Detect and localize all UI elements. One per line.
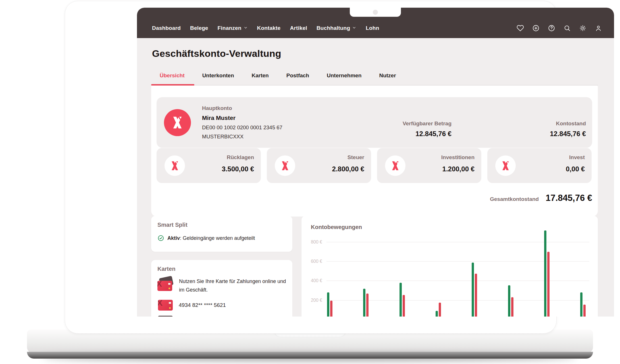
chart-plot: 200 €400 €600 €800 €: [301, 216, 598, 317]
chart-gridline: [326, 300, 589, 301]
chart-card: Kontobewegungen 200 €400 €600 €800 €: [301, 216, 598, 317]
tab-unterkonten[interactable]: Unterkonten: [202, 72, 234, 79]
nav-item-dashboard[interactable]: Dashboard: [152, 25, 181, 31]
nav-item-finanzen[interactable]: Finanzen: [218, 25, 248, 31]
balance-value: 12.845,76 €: [550, 130, 586, 138]
tabs-row: Übersicht Unterkonten Karten Postfach Un…: [160, 72, 396, 79]
nav-item-lohn[interactable]: Lohn: [366, 25, 379, 31]
total-balance-value: 17.845,76 €: [546, 193, 592, 203]
subaccount-card-invest[interactable]: Invest 0,00 €: [487, 148, 592, 183]
chart-bar-green: [400, 283, 402, 317]
chart-ytick-label: 800 €: [301, 240, 322, 245]
subaccount-card-investitionen[interactable]: Investitionen 1.200,00 €: [377, 148, 481, 183]
subaccount-cards: Rücklagen 3.500,00 € Steuer 2.800,00 € I…: [157, 148, 592, 183]
stacked-cards-icon: X: [157, 277, 174, 292]
main-navigation: Dashboard Belege Finanzen Kontakte Artik…: [152, 23, 379, 33]
subaccount-value: 1.200,00 €: [442, 165, 475, 173]
nav-label: Artikel: [290, 25, 307, 31]
chart-gridline: [326, 242, 589, 242]
total-balance-label: Gesamtkontostand: [490, 196, 539, 202]
add-plus-icon[interactable]: [532, 24, 540, 32]
nav-label: Dashboard: [152, 25, 181, 31]
bank-x-logo: [495, 155, 516, 176]
account-bic: MUSTERBICXXX: [202, 134, 282, 140]
page-title: Geschäftskonto-Verwaltung: [152, 48, 281, 59]
nav-label: Kontakte: [257, 25, 281, 31]
chart-gridline: [326, 280, 589, 281]
balance-label: Kontostand: [550, 120, 586, 127]
nav-item-kontakte[interactable]: Kontakte: [257, 25, 281, 31]
subaccount-label: Steuer: [348, 154, 364, 161]
nav-label: Belege: [190, 25, 208, 31]
chart-ytick-label: 600 €: [301, 259, 322, 264]
laptop-screen: Dashboard Belege Finanzen Kontakte Artik…: [65, 1, 557, 334]
help-icon[interactable]: [548, 24, 555, 32]
available-amount-value: 12.845,76 €: [403, 130, 452, 138]
chart-bar-red: [547, 252, 550, 317]
browser-viewport: Dashboard Belege Finanzen Kontakte Artik…: [137, 8, 614, 317]
subaccount-label: Investitionen: [441, 154, 475, 161]
camera-dot: [373, 10, 378, 15]
tab-uebersicht[interactable]: Übersicht: [160, 72, 185, 79]
cards-panel: Karten X Nutzen Sie Ihre Karte für Zahlu…: [151, 260, 292, 317]
chart-bar-green: [580, 292, 582, 317]
bank-x-logo: [275, 155, 295, 176]
credit-card-icon: X: [158, 300, 173, 311]
available-amount-label: Verfügbarer Betrag: [403, 120, 452, 127]
chart-bar-green: [363, 289, 365, 317]
account-type-label: Hauptkonto: [202, 105, 282, 111]
settings-gear-icon[interactable]: [579, 24, 586, 32]
favorites-heart-icon[interactable]: [517, 24, 524, 32]
account-iban: DE00 00 1002 0200 0001 2345 67: [202, 124, 282, 131]
chart-bar-green: [472, 263, 474, 317]
subaccount-value: 2.800,00 €: [332, 165, 364, 173]
smart-split-title: Smart Split: [157, 222, 188, 228]
subaccount-value: 3.500,00 €: [222, 165, 254, 173]
chevron-down-icon: [244, 25, 248, 31]
subaccount-card-steuer[interactable]: Steuer 2.800,00 €: [267, 148, 371, 183]
chart-bar-red: [330, 301, 332, 317]
chart-bar-green: [544, 230, 546, 317]
nav-item-belege[interactable]: Belege: [190, 25, 208, 31]
smart-split-status: Aktiv: Geldeingänge werden aufgeteilt: [157, 235, 255, 242]
nav-item-artikel[interactable]: Artikel: [290, 25, 307, 31]
card-description-row: X Nutzen Sie Ihre Karte für Zahlungen on…: [157, 277, 287, 294]
chart-bar-red: [511, 297, 513, 317]
masked-card-number: 4934 82** **** 5621: [179, 302, 226, 308]
subaccount-card-ruecklagen[interactable]: Rücklagen 3.500,00 €: [157, 148, 261, 183]
card-number-row[interactable]: X 4934 82** **** 5621: [158, 300, 226, 311]
chart-ytick-label: 400 €: [301, 278, 322, 283]
credit-card-icon-dark: [158, 316, 173, 317]
nav-label: Buchhaltung: [317, 25, 350, 31]
subaccount-value: 0,00 €: [566, 165, 585, 173]
tab-nutzer[interactable]: Nutzer: [379, 72, 396, 79]
check-circle-icon: [157, 235, 164, 242]
chart-bar-green: [508, 285, 510, 317]
bank-x-logo: [385, 155, 405, 176]
laptop-base-rim: [27, 352, 593, 359]
chart-bar-red: [583, 305, 586, 317]
search-icon[interactable]: [563, 24, 571, 32]
nav-item-buchhaltung[interactable]: Buchhaltung: [317, 25, 356, 31]
chart-ytick-label: 200 €: [301, 298, 322, 303]
chart-bar-red: [439, 303, 441, 317]
status-text: Aktiv: Geldeingänge werden aufgeteilt: [167, 235, 255, 241]
chart-bar-green: [436, 311, 438, 317]
status-rest: : Geldeingänge werden aufgeteilt: [180, 235, 255, 241]
bank-x-logo: [165, 155, 185, 176]
nav-label: Lohn: [366, 25, 379, 31]
chevron-down-icon: [352, 25, 356, 31]
account-holder: Mira Muster: [202, 115, 282, 121]
nav-label: Finanzen: [218, 25, 242, 31]
user-account-icon[interactable]: [595, 24, 602, 32]
chart-bar-red: [366, 294, 369, 317]
tab-unternehmen[interactable]: Unternehmen: [327, 72, 361, 79]
overview-panel: Hauptkonto Mira Muster DE00 00 1002 0200…: [151, 86, 598, 217]
chart-bar-red: [403, 295, 405, 317]
tab-karten[interactable]: Karten: [252, 72, 269, 79]
main-account-card: Hauptkonto Mira Muster DE00 00 1002 0200…: [157, 97, 592, 148]
tab-postfach[interactable]: Postfach: [286, 72, 309, 79]
subaccount-label: Rücklagen: [227, 154, 254, 161]
bank-x-logo: [164, 109, 191, 136]
chart-bar-green: [327, 292, 329, 317]
